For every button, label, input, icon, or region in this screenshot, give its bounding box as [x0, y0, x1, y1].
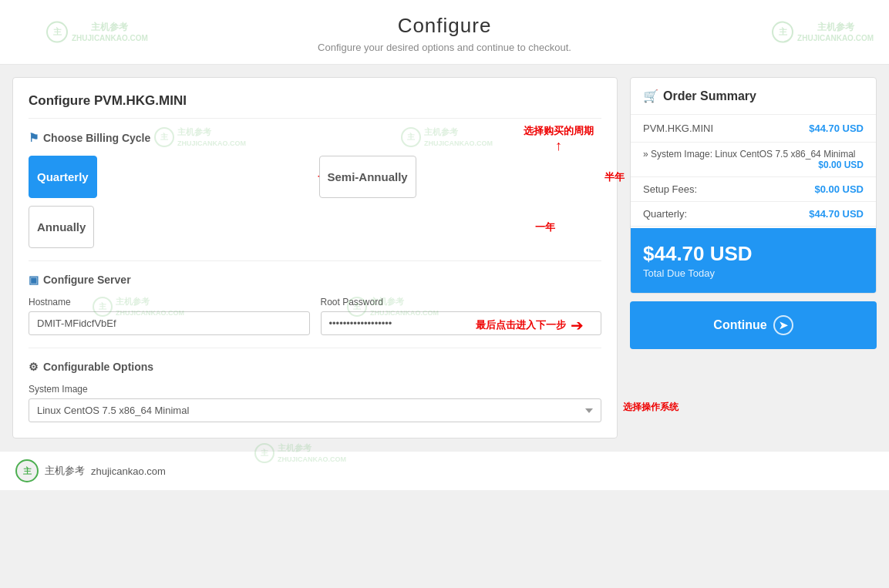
header-watermark-right: 主 主机参考ZHUJICANKAO.COM [772, 21, 874, 43]
billing-options: Quarterly 一个季度 Semi-Annually 半年 [29, 156, 601, 198]
logo-circle: 主 [15, 459, 39, 482]
cart-icon: 🛒 [643, 89, 658, 103]
server-icon: ▣ [29, 274, 39, 286]
semi-annually-button[interactable]: Semi-Annually [319, 156, 416, 198]
bottom-bar: 主 主机参考 zhujicankao.com [0, 451, 889, 490]
order-cycle-row: Quarterly: $44.70 USD [631, 202, 876, 227]
setup-fees-value: $0.00 USD [814, 183, 864, 195]
total-amount: $44.70 USD [643, 242, 864, 266]
bottom-site-name: 主机参考 [45, 464, 85, 478]
config-section-header: ⚙ Configurable Options [29, 361, 601, 373]
annotation-cycle-text: 选择购买的周期 ↑ [524, 123, 594, 154]
page-header: 主 主机参考ZHUJICANKAO.COM 主 主机参考ZHUJICANKAO.… [0, 0, 889, 65]
semi-annually-cn-label: 半年 [604, 170, 625, 184]
order-system-image-row: » System Image: Linux CentOS 7.5 x86_64 … [631, 143, 876, 177]
order-summary-header: 🛒 Order Summary [631, 78, 876, 115]
order-system-image-label: » System Image: Linux CentOS 7.5 x86_64 … [643, 149, 864, 160]
system-image-select[interactable]: Linux CentOS 7.5 x86_64 Minimal [29, 398, 601, 422]
page-subtitle: Configure your desired options and conti… [0, 42, 889, 53]
billing-icon: ⚑ [29, 131, 39, 145]
config-section-label: Configurable Options [43, 361, 153, 373]
continue-icon: ➤ [773, 315, 793, 335]
order-summary-box: 🛒 Order Summary PVM.HKG.MINI $44.70 USD … [630, 77, 877, 294]
header-watermark-left: 主 主机参考ZHUJICANKAO.COM [46, 21, 148, 43]
system-image-group: System Image Linux CentOS 7.5 x86_64 Min… [29, 384, 601, 422]
billing-label: Choose Billing Cycle [43, 132, 150, 144]
configurable-options-section: ⚙ Configurable Options System Image Linu… [29, 361, 601, 422]
quarterly-button[interactable]: Quarterly [29, 156, 97, 198]
hostname-label: Hostname [29, 297, 310, 307]
billing-section-header: ⚑ Choose Billing Cycle [29, 131, 601, 145]
annually-container: Annually 一年 [29, 206, 601, 248]
total-label: Total Due Today [643, 267, 864, 279]
left-panel: Configure PVM.HKG.MINI ⚑ Choose Billing … [12, 77, 618, 438]
configure-title: Configure PVM.HKG.MINI [29, 93, 601, 119]
total-box: $44.70 USD Total Due Today [631, 228, 876, 293]
server-section-header: ▣ Configure Server [29, 274, 601, 286]
bottom-logo: 主 [15, 459, 39, 482]
right-panel: 🛒 Order Summary PVM.HKG.MINI $44.70 USD … [630, 77, 877, 438]
order-system-image-price: $0.00 USD [643, 160, 864, 170]
order-product-name: PVM.HKG.MINI [643, 123, 713, 134]
order-summary-title: Order Summary [663, 89, 756, 103]
system-image-label: System Image [29, 384, 601, 395]
config-icon: ⚙ [29, 361, 39, 373]
annually-button[interactable]: Annually [29, 206, 94, 248]
order-product-price: $44.70 USD [809, 123, 864, 134]
semi-annually-container: Semi-Annually 半年 [319, 156, 602, 198]
order-product-row: PVM.HKG.MINI $44.70 USD [631, 115, 876, 143]
os-cn-label: 选择操作系统 [623, 401, 679, 414]
annually-cn-label: 一年 [535, 220, 555, 234]
order-setup-fees-row: Setup Fees: $0.00 USD [631, 177, 876, 202]
hostname-group: Hostname [29, 297, 310, 335]
continue-annotation: 最后点击进入下一步 ➔ [476, 316, 584, 334]
continue-button[interactable]: Continue ➤ [630, 301, 877, 349]
hostname-input[interactable] [29, 311, 310, 335]
password-label: Root Password [321, 297, 602, 307]
cycle-value: $44.70 USD [809, 208, 864, 220]
quarterly-container: Quarterly 一个季度 [29, 156, 311, 198]
continue-cn-label: 最后点击进入下一步 [476, 318, 566, 332]
server-section-label: Configure Server [43, 274, 131, 286]
continue-label: Continue [713, 318, 766, 332]
setup-fees-label: Setup Fees: [643, 183, 697, 195]
continue-button-wrap: 最后点击进入下一步 ➔ Continue ➤ [630, 301, 877, 349]
cycle-label: Quarterly: [643, 208, 687, 220]
bottom-site-url: zhujicankao.com [91, 465, 166, 477]
billing-cycle-section: ⚑ Choose Billing Cycle 选择购买的周期 ↑ Quarter… [29, 131, 601, 248]
